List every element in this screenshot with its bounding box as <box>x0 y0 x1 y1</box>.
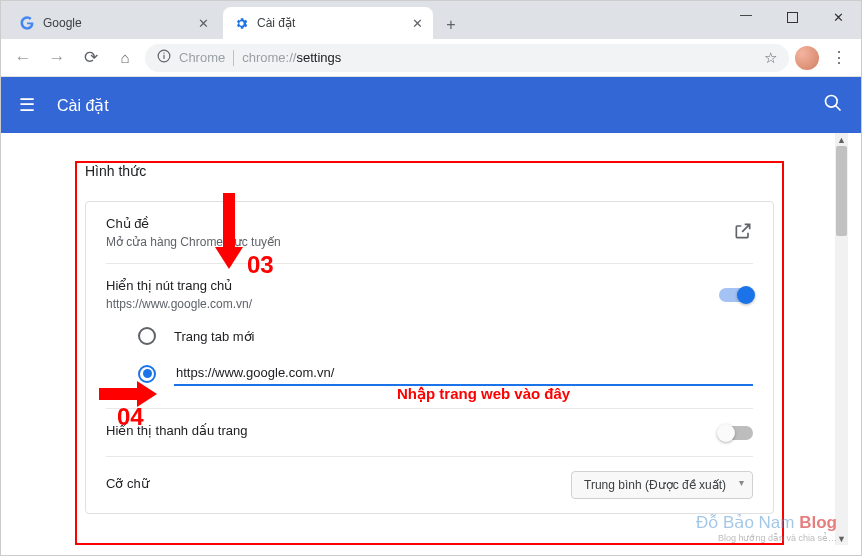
row-bookmarks-bar: Hiển thị thanh dấu trang <box>106 409 753 457</box>
gear-icon <box>233 15 249 31</box>
annotation-number-03: 03 <box>247 251 274 279</box>
radio-label: Trang tab mới <box>174 329 255 344</box>
omnibox[interactable]: Chrome chrome://settings ☆ <box>145 44 789 72</box>
row-theme[interactable]: Chủ đề Mở cửa hàng Chrome trực tuyến <box>106 202 753 264</box>
svg-rect-0 <box>787 12 797 22</box>
section-title-appearance: Hình thức <box>85 163 774 179</box>
scrollbar-thumb[interactable] <box>836 146 847 236</box>
reload-button[interactable]: ⟳ <box>77 44 105 72</box>
bookmarks-bar-toggle[interactable] <box>719 426 753 440</box>
profile-avatar[interactable] <box>795 46 819 70</box>
site-info-icon[interactable] <box>157 49 171 66</box>
watermark: Đỗ Bảo Nam Blog Blog hướng dẫn và chia s… <box>696 512 837 543</box>
svg-rect-2 <box>163 55 164 59</box>
svg-point-4 <box>826 95 838 107</box>
bookmark-star-icon[interactable]: ☆ <box>764 49 777 67</box>
divider <box>233 50 234 66</box>
new-tab-button[interactable]: + <box>437 11 465 39</box>
row-title: Chủ đề <box>106 216 719 231</box>
row-title: Cỡ chữ <box>106 476 557 491</box>
browser-tab-google[interactable]: Google ✕ <box>9 7 219 39</box>
scroll-up-icon[interactable]: ▲ <box>835 133 848 146</box>
window-close-button[interactable] <box>815 1 861 33</box>
google-icon <box>19 15 35 31</box>
address-bar: ← → ⟳ ⌂ Chrome chrome://settings ☆ ⋮ <box>1 39 861 77</box>
home-button-toggle[interactable] <box>719 288 753 302</box>
radio-option-newtab[interactable]: Trang tab mới <box>138 319 753 353</box>
browser-tab-settings[interactable]: Cài đặt ✕ <box>223 7 433 39</box>
nav-back-button[interactable]: ← <box>9 44 37 72</box>
svg-line-5 <box>836 105 841 110</box>
tab-close-icon[interactable]: ✕ <box>198 16 209 31</box>
settings-card: Chủ đề Mở cửa hàng Chrome trực tuyến Hiể… <box>85 201 774 514</box>
tab-title: Google <box>43 16 82 30</box>
menu-icon[interactable]: ☰ <box>19 94 35 116</box>
row-subtitle: https://www.google.com.vn/ <box>106 297 719 311</box>
nav-forward-button[interactable]: → <box>43 44 71 72</box>
tab-close-icon[interactable]: ✕ <box>412 16 423 31</box>
annotation-input-hint: Nhập trang web vào đây <box>397 385 570 403</box>
font-size-dropdown[interactable]: Trung bình (Được đề xuất) <box>571 471 753 499</box>
row-title: Hiển thị nút trang chủ <box>106 278 719 293</box>
settings-header: ☰ Cài đặt <box>1 77 861 133</box>
window-maximize-button[interactable] <box>769 1 815 33</box>
row-title: Hiển thị thanh dấu trang <box>106 423 705 438</box>
url-host: Chrome <box>179 50 225 65</box>
svg-rect-3 <box>163 53 164 54</box>
radio-icon <box>138 327 156 345</box>
scrollbar-track[interactable]: ▲ ▼ <box>835 133 848 545</box>
home-url-input[interactable] <box>174 361 753 386</box>
annotation-arrow-03 <box>217 193 241 267</box>
window-minimize-button[interactable] <box>723 1 769 33</box>
row-font-size: Cỡ chữ Trung bình (Được đề xuất) <box>106 457 753 513</box>
external-link-icon <box>733 221 753 245</box>
url-text: chrome://settings <box>242 50 341 65</box>
page-title: Cài đặt <box>57 96 109 115</box>
annotation-number-04: 04 <box>117 403 144 431</box>
browser-menu-button[interactable]: ⋮ <box>825 48 853 67</box>
annotation-arrow-04 <box>99 383 157 405</box>
row-subtitle: Mở cửa hàng Chrome trực tuyến <box>106 235 719 249</box>
radio-icon <box>138 365 156 383</box>
search-icon[interactable] <box>823 93 843 118</box>
tab-title: Cài đặt <box>257 16 295 30</box>
home-button[interactable]: ⌂ <box>111 44 139 72</box>
